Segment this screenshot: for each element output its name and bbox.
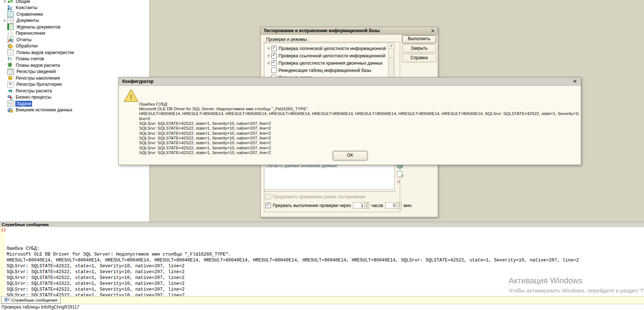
tree-item-icon	[7, 95, 13, 100]
expand-icon[interactable]	[2, 0, 7, 4]
error-message-line: SQLSrvr: SQLSTATE=42S22, state=1, Severi…	[139, 141, 579, 145]
minutes-input[interactable]	[385, 202, 397, 208]
scroll-up-icon[interactable]: ▲	[388, 43, 394, 49]
tab-service-messages[interactable]: Служебные сообщения	[1, 296, 61, 304]
checkbox[interactable]	[265, 194, 271, 199]
expand-icon[interactable]	[266, 54, 271, 58]
checkbox[interactable]	[271, 46, 277, 51]
error-message-line: SQLSrvr: SQLSTATE=42S22, state=1, Severi…	[139, 121, 579, 126]
messages-gutter	[0, 227, 5, 299]
checkbox[interactable]	[271, 53, 277, 58]
checkbox[interactable]	[271, 68, 277, 73]
tree-item-icon	[7, 0, 13, 4]
tree-item-icon	[7, 107, 13, 113]
check-option-row[interactable]: Проверка ссылочной целостности информаци…	[266, 53, 386, 59]
hours-label: часов	[371, 203, 383, 208]
tree-item[interactable]: Планы видов характеристик	[0, 49, 149, 56]
tree-item-label: Журналы документов	[15, 24, 62, 30]
check-option-label: Проверка целостности хранения двоичных д…	[279, 61, 383, 66]
check-option-row[interactable]: Проверка логической целостности информац…	[266, 45, 386, 51]
status-text: Проверка таблицы InfoRgChngR29117	[1, 305, 79, 310]
tree-item-icon	[7, 24, 14, 30]
svg-text:!: !	[130, 93, 133, 101]
tree-item-label: Отчеты	[15, 37, 32, 43]
tree-item-icon	[7, 62, 13, 68]
tree-item[interactable]: Регистры сведений	[0, 69, 149, 75]
tree-item-label: Задачи	[15, 101, 32, 107]
check-option-row[interactable]: Проверка целостности хранения двоичных д…	[266, 60, 386, 66]
step-down-icon[interactable]: ▼	[397, 206, 401, 208]
tree-item[interactable]: Планы счетов	[0, 56, 149, 62]
warning-icon: !	[123, 89, 139, 104]
status-bar: Проверка таблицы InfoRgChngR29117	[0, 304, 644, 310]
tree-item[interactable]: Отчеты	[0, 37, 149, 43]
hours-stepper[interactable]: ▲▼	[365, 202, 369, 209]
tree-item[interactable]: Обработки	[0, 43, 149, 50]
tree-item-icon	[7, 43, 13, 49]
message-line: SQLSrvr: SQLSTATE=42S22, state=1, Severi…	[7, 287, 579, 292]
divider	[264, 191, 396, 192]
delete-area-icon[interactable]: ✕	[396, 179, 401, 185]
message-line: Ошибка СУБД:	[7, 246, 579, 252]
continue-testing-label: Продолжить прерванное ранее тестирование	[273, 194, 365, 199]
step-up-icon[interactable]: ▲	[397, 202, 401, 206]
tree-item-label: Документы	[15, 18, 40, 23]
tree-item-label: Справочники	[15, 11, 44, 17]
tree-item-label: Общие	[15, 0, 31, 4]
help-button[interactable]: Справка	[402, 54, 436, 62]
tree-item-label: Регистры накопления	[15, 75, 61, 81]
check-option-row[interactable]: Реиндексация таблиц информационной базы	[266, 67, 386, 73]
db-error-dialog: Конфигуратор ✕ ! Ошибка СУБД:Microsoft O…	[118, 77, 581, 165]
continue-testing-option[interactable]: Продолжить прерванное ранее тестирование	[265, 194, 365, 199]
data-area-list[interactable]: Область данных основные данные	[264, 162, 395, 190]
tree-item[interactable]: Константы	[0, 5, 149, 11]
checkbox[interactable]	[271, 60, 277, 66]
add-area-icon[interactable]	[397, 171, 402, 177]
error-message-text: Ошибка СУБД:Microsoft OLE DB Driver for …	[139, 87, 579, 155]
run-button[interactable]: Выполнить	[402, 35, 436, 43]
error-marker: !!	[1, 228, 6, 233]
expand-icon[interactable]	[266, 61, 271, 65]
tree-item-icon	[7, 75, 13, 81]
error-message-line: Ошибка СУБД:	[139, 102, 579, 107]
error-dialog-titlebar: Конфигуратор ✕	[119, 77, 581, 86]
abort-after-option[interactable]: Прервать выполнение проверки через ▲▼ ча…	[265, 202, 413, 209]
tree-item[interactable]: Общие	[0, 0, 149, 5]
step-down-icon[interactable]: ▼	[365, 206, 369, 208]
tree-item-label: Регистры расчета	[15, 88, 53, 94]
error-dialog-title: Конфигуратор	[122, 79, 154, 84]
tree-item-icon	[7, 88, 13, 93]
tree-item[interactable]: Перечисления	[0, 30, 149, 37]
tree-item-label: Внешние источники данных	[15, 107, 73, 113]
tree-item[interactable]: Справочники	[0, 11, 149, 18]
ok-button[interactable]: OK	[333, 151, 367, 160]
messages-text: Ошибка СУБД:Microsoft OLE DB Driver for …	[7, 228, 579, 298]
tree-item-icon	[7, 31, 13, 36]
close-icon[interactable]: ✕	[572, 78, 577, 85]
tree-item-icon	[7, 69, 14, 75]
minutes-stepper[interactable]: ▲▼	[397, 202, 402, 209]
messages-body: !! Ошибка СУБД:Microsoft OLE DB Driver f…	[0, 227, 644, 299]
scroll-thumb[interactable]	[388, 49, 394, 58]
close-button[interactable]: Закрыть	[402, 45, 436, 53]
tree-item-label: Планы видов характеристик	[15, 50, 75, 56]
checks-modes-label: Проверки и режимы :	[266, 37, 309, 42]
step-up-icon[interactable]: ▲	[365, 202, 369, 206]
expand-icon[interactable]	[266, 46, 271, 50]
messages-tab-icon	[4, 298, 9, 302]
error-message-line: Microsoft OLE DB Driver for SQL Server: …	[139, 107, 579, 111]
service-messages-panel: Служебные сообщения !! Ошибка СУБД:Micro…	[0, 222, 644, 310]
close-icon[interactable]: ✕	[431, 28, 435, 34]
tree-item[interactable]: Документы	[0, 18, 149, 24]
error-message-line: HRESULT=80040E14, HRESULT=80040E14, HRES…	[139, 111, 579, 116]
error-message-line: SQLSrvr: SQLSTATE=42S22, state=1, Severi…	[139, 131, 579, 136]
hours-input[interactable]	[353, 202, 365, 208]
checkbox[interactable]	[265, 203, 271, 208]
tree-item-label: Планы видов расчета	[15, 62, 61, 68]
tree-item-label: Перечисления	[15, 30, 46, 36]
messages-panel-header: Служебные сообщения	[0, 222, 644, 227]
tree-item-icon	[7, 5, 13, 11]
tree-item[interactable]: Журналы документов	[0, 24, 149, 30]
tree-item[interactable]: Планы видов расчета	[0, 62, 149, 69]
expand-icon[interactable]	[2, 18, 7, 23]
